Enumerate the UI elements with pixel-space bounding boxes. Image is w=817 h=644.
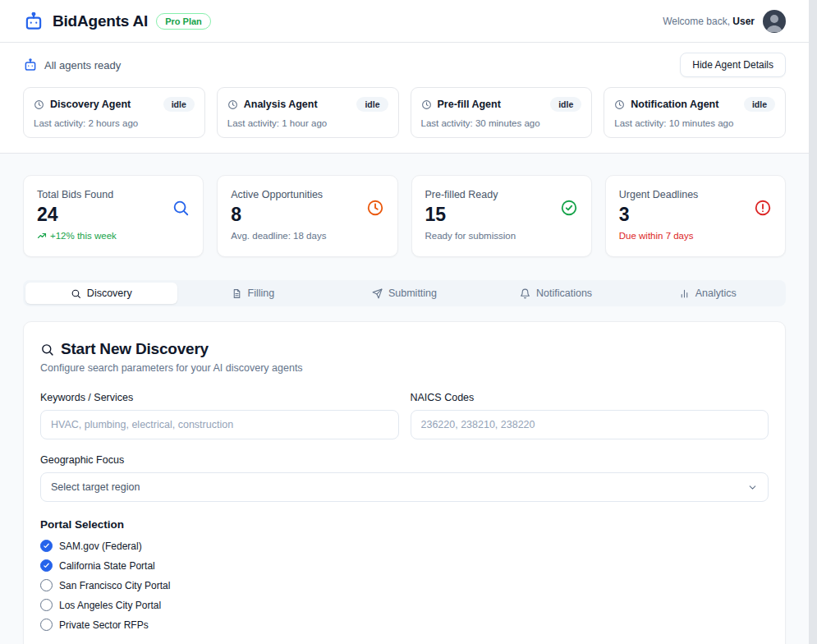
- portal-option-private-sector[interactable]: Private Sector RFPs: [40, 617, 769, 632]
- welcome-text: Welcome back, User: [663, 16, 755, 27]
- agent-status-badge: idle: [356, 97, 388, 112]
- clock-icon: [227, 99, 238, 110]
- keywords-label: Keywords / Services: [40, 392, 399, 403]
- agent-status-badge: idle: [163, 97, 195, 112]
- agent-name: Discovery Agent: [50, 99, 158, 110]
- agent-name: Pre-fill Agent: [438, 99, 545, 110]
- agent-card-notification: Notification Agent idle Last activity: 1…: [604, 87, 786, 138]
- portal-option-sam-gov[interactable]: SAM.gov (Federal): [40, 538, 769, 554]
- tab-label: Submitting: [388, 288, 437, 299]
- trending-up-icon: [37, 231, 47, 241]
- agent-card-analysis: Analysis Agent idle Last activity: 1 hou…: [217, 87, 399, 138]
- hide-agent-details-button[interactable]: Hide Agent Details: [680, 53, 786, 77]
- tab-submitting[interactable]: Submitting: [328, 283, 480, 304]
- clock-icon: [366, 199, 384, 217]
- search-icon: [71, 288, 81, 299]
- portal-option-california[interactable]: California State Portal: [40, 558, 769, 573]
- tab-bar: Discovery Filling Submitting Notificatio…: [23, 280, 786, 306]
- keywords-input[interactable]: [40, 410, 399, 439]
- stat-value: 15: [425, 204, 516, 226]
- app-window: BidAgents AI Pro Plan Welcome back, User…: [0, 0, 809, 644]
- clock-icon: [421, 99, 432, 110]
- chevron-down-icon: [747, 482, 758, 493]
- agent-last-activity: Last activity: 30 minutes ago: [421, 118, 582, 128]
- tab-discovery[interactable]: Discovery: [25, 283, 177, 304]
- radio-icon[interactable]: [40, 599, 53, 611]
- radio-icon[interactable]: [40, 619, 53, 631]
- stat-label: Total Bids Found: [37, 189, 117, 200]
- clock-icon: [614, 99, 625, 110]
- tab-label: Analytics: [695, 288, 737, 299]
- search-icon: [172, 199, 190, 217]
- portal-option-label: SAM.gov (Federal): [59, 540, 142, 552]
- stat-value: 8: [231, 204, 326, 226]
- bell-icon: [520, 288, 530, 299]
- stat-card-active-opportunities: Active Opportunities 8 Avg. deadline: 18…: [217, 175, 397, 257]
- portal-option-san-francisco[interactable]: San Francisco City Portal: [40, 577, 769, 593]
- stat-value: 3: [619, 204, 699, 226]
- stat-card-prefilled-ready: Pre-filled Ready 15 Ready for submission: [411, 175, 592, 257]
- user-name: User: [732, 16, 755, 27]
- search-icon: [40, 343, 54, 356]
- radio-icon[interactable]: [40, 559, 53, 572]
- app-header: BidAgents AI Pro Plan Welcome back, User: [0, 0, 809, 43]
- portal-selection-group: Portal Selection SAM.gov (Federal) Calif…: [40, 518, 769, 632]
- portal-option-label: Private Sector RFPs: [59, 619, 149, 631]
- send-icon: [372, 288, 383, 299]
- agent-status-section: All agents ready Hide Agent Details Disc…: [0, 43, 809, 154]
- stat-subtext: Due within 7 days: [619, 231, 699, 241]
- radio-icon[interactable]: [40, 579, 53, 591]
- portal-option-label: California State Portal: [59, 560, 155, 572]
- stat-label: Urgent Deadlines: [619, 189, 699, 200]
- agent-last-activity: Last activity: 10 minutes ago: [614, 118, 775, 128]
- stat-subtext: Ready for submission: [425, 231, 516, 241]
- stat-subtext: Avg. deadline: 18 days: [231, 231, 326, 241]
- agent-status-badge: idle: [550, 97, 581, 112]
- welcome-label: Welcome back,: [663, 16, 730, 27]
- agent-last-activity: Last activity: 1 hour ago: [227, 118, 388, 128]
- naics-label: NAICS Codes: [411, 392, 769, 403]
- stat-subtext: +12% this week: [37, 231, 117, 241]
- bot-icon: [23, 58, 38, 72]
- panel-title: Start New Discovery: [61, 340, 209, 358]
- chart-icon: [679, 288, 690, 299]
- app-title: BidAgents AI: [53, 12, 148, 30]
- tab-label: Discovery: [87, 288, 132, 299]
- stat-card-urgent-deadlines: Urgent Deadlines 3 Due within 7 days: [605, 175, 786, 257]
- agents-status-text: All agents ready: [44, 59, 121, 71]
- clock-icon: [34, 99, 44, 110]
- region-label: Geographic Focus: [40, 454, 769, 466]
- tab-label: Filling: [248, 288, 275, 299]
- stat-value: 24: [37, 204, 117, 226]
- avatar[interactable]: [763, 10, 786, 33]
- radio-icon[interactable]: [40, 540, 53, 552]
- file-icon: [232, 288, 242, 299]
- agent-status-badge: idle: [744, 97, 775, 112]
- tab-label: Notifications: [536, 288, 592, 299]
- agent-last-activity: Last activity: 2 hours ago: [34, 118, 195, 128]
- portal-option-los-angeles[interactable]: Los Angeles City Portal: [40, 597, 769, 613]
- tab-analytics[interactable]: Analytics: [631, 283, 783, 304]
- portal-selection-label: Portal Selection: [40, 518, 769, 531]
- portal-option-label: Los Angeles City Portal: [59, 600, 161, 611]
- alert-circle-icon: [754, 199, 772, 217]
- agent-name: Notification Agent: [631, 99, 738, 110]
- portal-option-label: San Francisco City Portal: [59, 580, 170, 591]
- agent-card-prefill: Pre-fill Agent idle Last activity: 30 mi…: [411, 87, 593, 138]
- agent-name: Analysis Agent: [244, 99, 351, 110]
- stat-card-total-bids: Total Bids Found 24 +12% this week: [23, 175, 204, 257]
- plan-badge: Pro Plan: [156, 13, 211, 30]
- stat-label: Pre-filled Ready: [425, 189, 516, 200]
- discovery-panel: Start New Discovery Configure search par…: [23, 321, 786, 644]
- region-select-value: Select target region: [51, 481, 140, 493]
- naics-input[interactable]: [411, 410, 769, 439]
- stats-row: Total Bids Found 24 +12% this week Activ…: [23, 175, 786, 257]
- agent-cards-row: Discovery Agent idle Last activity: 2 ho…: [23, 87, 786, 138]
- region-select[interactable]: Select target region: [40, 472, 769, 502]
- check-circle-icon: [560, 199, 578, 217]
- tab-filling[interactable]: Filling: [177, 283, 329, 304]
- bot-logo-icon: [23, 11, 44, 32]
- stat-label: Active Opportunities: [231, 189, 326, 200]
- tab-notifications[interactable]: Notifications: [480, 283, 632, 304]
- agent-card-discovery: Discovery Agent idle Last activity: 2 ho…: [23, 87, 205, 138]
